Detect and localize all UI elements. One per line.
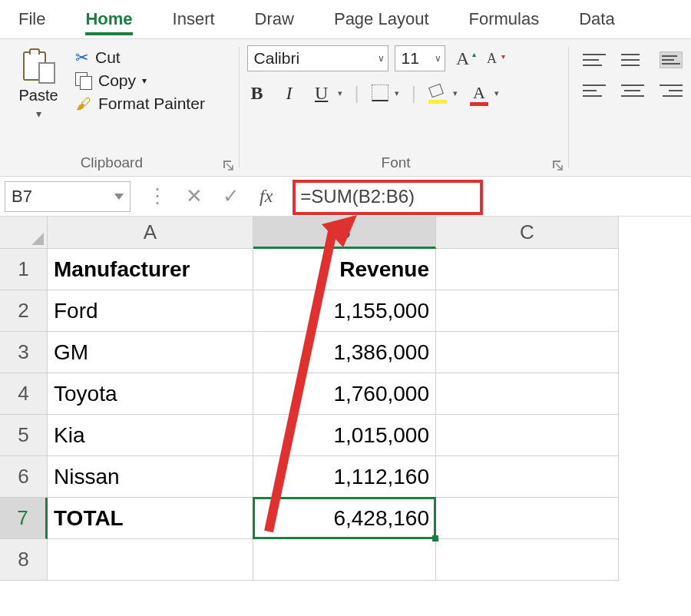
column-header-C[interactable]: C <box>436 217 619 249</box>
chevron-down-icon[interactable]: ▾ <box>453 88 458 98</box>
underline-button[interactable]: U <box>312 83 332 104</box>
align-left-button[interactable] <box>583 82 606 99</box>
format-painter-button[interactable]: 🖌 Format Painter <box>75 94 205 113</box>
cut-button[interactable]: ✂ Cut <box>75 48 205 67</box>
row-header-3[interactable]: 3 <box>0 332 48 373</box>
tab-formulas[interactable]: Formulas <box>469 9 540 29</box>
font-name-dropdown[interactable]: Calibri ∨ <box>247 45 388 71</box>
align-center-button[interactable] <box>621 82 644 99</box>
cancel-icon[interactable]: ✕ <box>186 184 203 208</box>
tab-home[interactable]: Home <box>85 9 132 29</box>
font-size-value: 11 <box>402 49 419 68</box>
enter-icon[interactable]: ✓ <box>223 184 240 208</box>
scissors-icon: ✂ <box>75 48 89 67</box>
format-painter-label: Format Painter <box>98 94 205 113</box>
cell-A8[interactable] <box>48 539 253 581</box>
row-header-1[interactable]: 1 <box>0 249 48 290</box>
align-bottom-button[interactable] <box>660 51 683 68</box>
select-all-corner[interactable] <box>0 217 48 249</box>
chevron-down-icon: ▾ <box>142 75 147 86</box>
cell-A7[interactable]: TOTAL <box>48 498 253 539</box>
insert-function-button[interactable]: fx <box>260 186 273 207</box>
decrease-font-size-button[interactable]: A▾ <box>481 51 504 67</box>
tab-file[interactable]: File <box>18 9 45 29</box>
tab-insert[interactable]: Insert <box>173 9 215 29</box>
cell-C7[interactable] <box>436 498 619 539</box>
align-middle-button[interactable] <box>621 51 644 68</box>
formula-bar-input[interactable]: =SUM(B2:B6) <box>289 186 415 207</box>
column-header-A[interactable]: A <box>48 217 253 249</box>
row-header-6[interactable]: 6 <box>0 456 48 498</box>
row-header-2[interactable]: 2 <box>0 290 48 332</box>
ribbon-group-alignment <box>569 39 691 176</box>
cell-B2[interactable]: 1,155,000 <box>253 290 436 332</box>
cell-B6[interactable]: 1,112,160 <box>253 456 436 498</box>
tab-page-layout[interactable]: Page Layout <box>334 9 429 29</box>
copy-button[interactable]: Copy ▾ <box>75 71 205 90</box>
chevron-down-icon: ∨ <box>378 53 385 64</box>
ribbon-group-clipboard: Paste ▾ ✂ Cut Copy ▾ 🖌 Format Painter <box>0 39 239 176</box>
cut-label: Cut <box>95 48 121 67</box>
cell-B5[interactable]: 1,015,000 <box>253 415 436 456</box>
cell-C5[interactable] <box>436 415 619 456</box>
cell-B4[interactable]: 1,760,000 <box>253 373 436 415</box>
formula-bar-row: B7 ⋮ ✕ ✓ fx =SUM(B2:B6) <box>0 177 691 217</box>
cell-B7[interactable]: 6,428,160 <box>253 498 436 539</box>
group-label-clipboard: Clipboard <box>0 154 223 171</box>
font-color-button[interactable]: A <box>470 83 488 103</box>
chevron-down-icon: ▾ <box>36 108 41 120</box>
font-size-dropdown[interactable]: 11 ∨ <box>395 45 445 71</box>
chevron-down-icon[interactable]: ▾ <box>494 88 499 98</box>
cell-A1[interactable]: Manufacturer <box>48 249 253 290</box>
cell-C2[interactable] <box>436 290 619 332</box>
cell-B1[interactable]: Revenue <box>253 249 436 290</box>
cell-C3[interactable] <box>436 332 619 373</box>
cell-A6[interactable]: Nissan <box>48 456 253 498</box>
ribbon-group-font: Calibri ∨ 11 ∨ A▴ A▾ B I U ▾ | ▾ | ▾ <box>240 39 568 176</box>
column-header-B[interactable]: B <box>253 217 436 249</box>
align-right-button[interactable] <box>660 82 683 99</box>
row-header-5[interactable]: 5 <box>0 415 48 456</box>
italic-button[interactable]: I <box>279 83 299 104</box>
cell-C6[interactable] <box>436 456 619 498</box>
name-box[interactable]: B7 <box>5 181 131 212</box>
more-icon: ⋮ <box>147 184 166 208</box>
copy-icon <box>75 72 92 89</box>
fill-handle[interactable] <box>432 535 438 541</box>
paste-icon <box>21 50 55 84</box>
cell-B8[interactable] <box>253 539 436 581</box>
borders-button[interactable] <box>372 84 388 101</box>
spreadsheet-grid: A B C 1 Manufacturer Revenue 2 Ford 1,15… <box>0 217 691 581</box>
dialog-launcher-icon[interactable] <box>222 159 234 171</box>
tab-data[interactable]: Data <box>579 9 614 29</box>
dialog-launcher-icon[interactable] <box>551 159 564 171</box>
bold-button[interactable]: B <box>247 83 267 104</box>
row-header-8[interactable]: 8 <box>0 539 48 581</box>
cell-A5[interactable]: Kia <box>48 415 253 456</box>
increase-font-size-button[interactable]: A▴ <box>451 48 474 69</box>
cell-B3[interactable]: 1,386,000 <box>253 332 436 373</box>
chevron-down-icon: ∨ <box>435 53 441 64</box>
name-box-value: B7 <box>12 187 32 207</box>
row-header-7[interactable]: 7 <box>0 498 48 539</box>
chevron-down-icon[interactable]: ▾ <box>395 88 399 98</box>
brush-icon: 🖌 <box>75 95 92 112</box>
row-header-4[interactable]: 4 <box>0 373 48 415</box>
font-name-value: Calibri <box>254 49 300 68</box>
cell-A3[interactable]: GM <box>48 332 253 373</box>
paste-button[interactable]: Paste ▾ <box>8 45 69 120</box>
group-label-font: Font <box>240 154 553 171</box>
tab-draw[interactable]: Draw <box>255 9 294 29</box>
chevron-down-icon[interactable]: ▾ <box>338 88 342 98</box>
fill-color-button[interactable] <box>428 85 447 101</box>
align-top-button[interactable] <box>583 51 606 68</box>
cell-A2[interactable]: Ford <box>48 290 253 332</box>
chevron-down-icon <box>114 194 124 200</box>
cell-C1[interactable] <box>436 249 619 290</box>
copy-label: Copy <box>98 71 136 90</box>
ribbon: Paste ▾ ✂ Cut Copy ▾ 🖌 Format Painter <box>0 38 691 177</box>
cell-C8[interactable] <box>436 539 619 581</box>
cell-A4[interactable]: Toyota <box>48 373 253 415</box>
ribbon-tabs: File Home Insert Draw Page Layout Formul… <box>0 0 691 38</box>
cell-C4[interactable] <box>436 373 619 415</box>
